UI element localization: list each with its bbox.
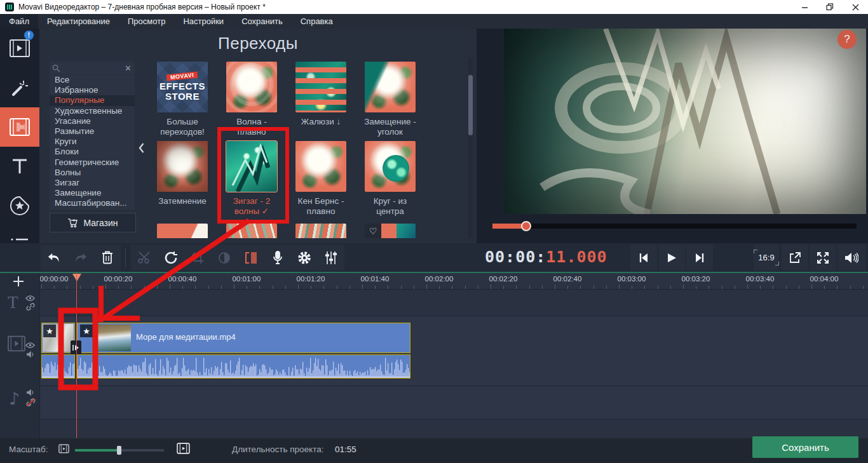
transition-thumbnail[interactable] <box>365 62 416 112</box>
skip-forward-icon <box>695 253 705 263</box>
audio-clip-first[interactable] <box>41 354 75 379</box>
ruler-label: 00:01:00 <box>233 275 261 283</box>
scrollbar-thumb[interactable] <box>468 75 473 135</box>
menu-help[interactable]: Справка <box>292 14 342 29</box>
aspect-ratio-button[interactable]: 16:9 <box>754 245 779 271</box>
transition-thumbnail-partial[interactable] <box>157 224 208 238</box>
undo-button[interactable] <box>41 245 67 271</box>
restore-button[interactable] <box>817 0 843 14</box>
transition-wizard-button[interactable] <box>238 245 264 271</box>
thumbnail-fragment <box>397 224 416 238</box>
search-input[interactable] <box>60 63 125 73</box>
menu-settings[interactable]: Настройки <box>174 14 233 29</box>
sidebar-item-titles[interactable] <box>0 147 39 186</box>
menu-edit[interactable]: Редактирование <box>38 14 119 29</box>
color-adjust-button[interactable] <box>211 245 238 271</box>
category-waves[interactable]: Волны <box>50 168 135 178</box>
audio-clip-main[interactable] <box>77 354 410 379</box>
clear-search-icon[interactable]: ✕ <box>125 64 132 73</box>
category-scaling[interactable]: Масштабирован... <box>50 198 135 208</box>
tile-label: Кен Бернс - плавно <box>292 196 350 217</box>
timeline-ruler[interactable]: 00:00:00 00:00:20 00:00:40 00:01:00 00:0… <box>0 273 868 289</box>
menu-view[interactable]: Просмотр <box>119 14 174 29</box>
transition-thumbnail-partial[interactable] <box>295 224 346 238</box>
video-clip-main[interactable]: ★ Море для медитации.mp4 <box>77 323 410 353</box>
category-favorites[interactable]: Избранное <box>50 85 135 95</box>
category-geometric[interactable]: Геометрические <box>50 158 135 168</box>
transition-thumbnail-partial[interactable] <box>226 224 277 238</box>
ruler-tick <box>555 285 555 289</box>
window-title: Movavi Видеоредактор – 7-дневная пробная… <box>18 3 792 11</box>
audio-track-unlink-toggle[interactable] <box>26 398 36 410</box>
seek-bar[interactable] <box>492 224 857 229</box>
zoom-slider-handle[interactable] <box>117 446 121 455</box>
favorite-heart-icon: ♡ <box>365 224 381 238</box>
panel-scrollbar[interactable] <box>468 57 473 239</box>
seek-handle[interactable] <box>521 221 531 231</box>
favorite-star-badge: ★ <box>80 325 93 337</box>
zoom-out-film-icon[interactable] <box>58 444 69 455</box>
category-popular[interactable]: Популярные <box>50 95 135 105</box>
close-button[interactable] <box>843 0 868 14</box>
ruler-label: 00:03:00 <box>618 275 646 283</box>
category-artistic[interactable]: Художественные <box>50 106 135 116</box>
store-button[interactable]: Магазин <box>50 213 136 232</box>
category-blocks[interactable]: Блоки <box>50 147 135 157</box>
category-circles[interactable]: Круги <box>50 137 135 147</box>
help-button[interactable]: ? <box>837 30 857 49</box>
zoom-in-film-icon[interactable] <box>177 443 190 456</box>
playhead-marker[interactable] <box>72 274 81 286</box>
sidebar-item-stickers[interactable] <box>0 186 39 225</box>
record-voice-button[interactable] <box>264 245 291 271</box>
save-button[interactable]: Сохранить <box>752 436 858 458</box>
delete-button[interactable] <box>94 245 121 271</box>
play-button[interactable] <box>658 245 685 271</box>
next-frame-button[interactable] <box>686 245 713 271</box>
transition-thumbnail[interactable] <box>226 62 277 112</box>
titles-track-link-toggle[interactable] <box>26 302 35 314</box>
sidebar-item-filters[interactable] <box>0 68 39 107</box>
transition-thumbnail[interactable] <box>365 141 416 192</box>
transition-thumbnail[interactable] <box>295 141 346 192</box>
panel-title: Переходы <box>39 34 477 53</box>
category-zigzag[interactable]: Зигзаг <box>50 178 135 188</box>
category-replace[interactable]: Замещение <box>50 188 135 198</box>
cut-button[interactable] <box>131 245 158 271</box>
eye-icon <box>25 295 35 302</box>
collapse-panel-button[interactable] <box>137 140 146 156</box>
thumbnail-fragment <box>381 224 397 238</box>
clip-properties-button[interactable] <box>291 245 318 271</box>
crop-button[interactable] <box>184 245 211 271</box>
effects-store-thumbnail[interactable]: MOVAVI EFFECTS STORE <box>157 62 208 112</box>
video-track-mute-toggle[interactable] <box>26 349 35 361</box>
category-all[interactable]: Все <box>50 75 135 85</box>
fullscreen-button[interactable] <box>810 245 836 271</box>
transition-thumbnail-partial[interactable]: ♡ <box>365 224 416 238</box>
category-fade[interactable]: Угасание <box>50 116 135 126</box>
category-blur[interactable]: Размытие <box>50 126 135 137</box>
previous-frame-button[interactable] <box>630 245 657 271</box>
menu-save[interactable]: Сохранить <box>233 14 292 29</box>
transition-thumbnail[interactable] <box>295 62 346 112</box>
audio-track-lane[interactable] <box>40 386 868 419</box>
tile-effects-store: MOVAVI EFFECTS STORE Больше переходов! <box>157 62 208 137</box>
video-preview[interactable] <box>504 29 866 214</box>
store-button-label: Магазин <box>83 218 118 228</box>
volume-button[interactable] <box>837 245 865 271</box>
add-track-button[interactable] <box>12 275 25 290</box>
ruler-label: 00:04:00 <box>810 275 839 283</box>
filmstrip-play-icon <box>9 39 31 58</box>
search-box[interactable]: ✕ <box>50 62 135 74</box>
detach-player-button[interactable] <box>782 245 808 271</box>
sidebar-item-media[interactable]: ! <box>0 29 39 68</box>
rotate-button[interactable] <box>158 245 184 271</box>
audio-levels-button[interactable] <box>318 245 344 271</box>
menu-file[interactable]: Файл <box>0 14 38 29</box>
transition-thumbnail[interactable] <box>157 141 208 192</box>
minimize-button[interactable] <box>792 0 817 14</box>
sidebar-item-transitions[interactable] <box>0 107 39 147</box>
redo-button[interactable] <box>67 245 94 271</box>
zoom-slider[interactable] <box>75 449 164 452</box>
playhead-line[interactable] <box>76 273 77 438</box>
selected-transition-thumbnail[interactable] <box>226 141 277 192</box>
